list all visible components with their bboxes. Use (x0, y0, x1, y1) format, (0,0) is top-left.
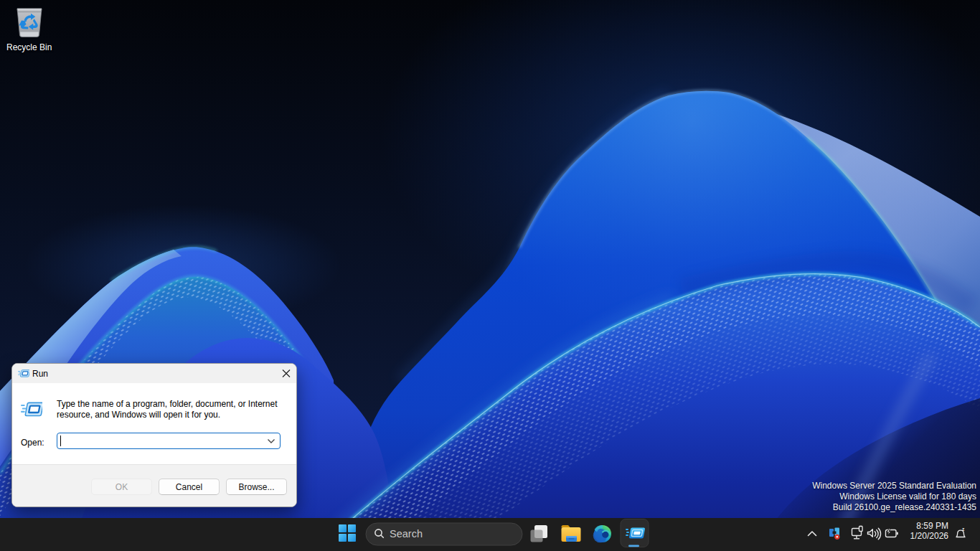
svg-text:8:59 PM: 8:59 PM (916, 521, 948, 531)
svg-text:Search: Search (390, 528, 423, 540)
svg-text:1/20/2026: 1/20/2026 (910, 531, 949, 541)
